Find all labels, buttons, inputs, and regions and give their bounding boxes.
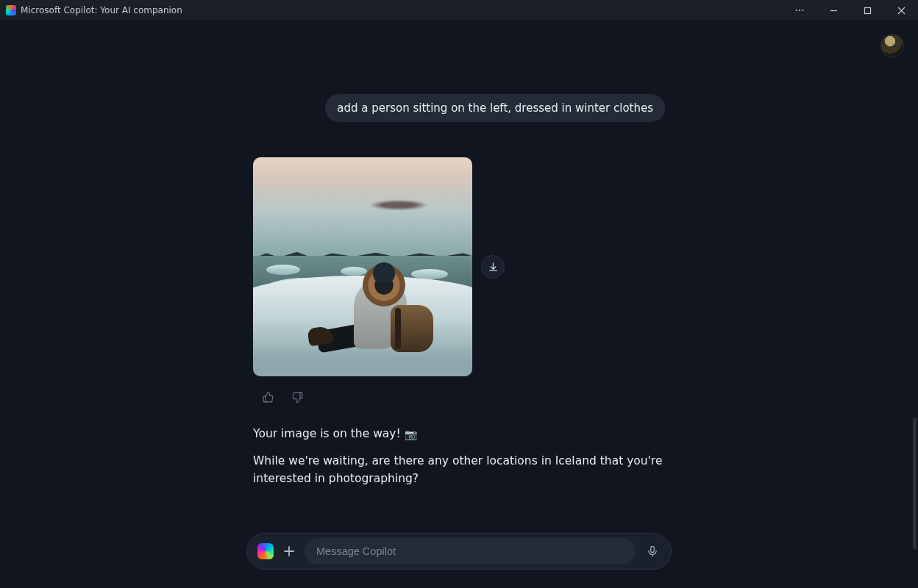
assistant-followup: While we're waiting, are there any other… <box>253 452 665 487</box>
svg-point-2 <box>802 10 803 11</box>
minimize-button[interactable] <box>816 0 850 21</box>
assistant-status-line: Your image is on the way! 📷 <box>253 425 665 443</box>
more-icon <box>794 5 805 15</box>
thumbs-up-button[interactable] <box>260 390 275 404</box>
microphone-button[interactable] <box>641 540 663 562</box>
more-button[interactable] <box>783 0 816 21</box>
generated-image[interactable] <box>253 157 472 376</box>
image-sky <box>253 157 472 256</box>
chat-area: add a person sitting on the left, dresse… <box>253 94 665 496</box>
close-icon <box>897 7 905 15</box>
svg-rect-9 <box>651 546 655 552</box>
status-text: Your image is on the way! <box>253 427 401 440</box>
thumbs-down-button[interactable] <box>290 390 305 404</box>
microphone-icon <box>646 545 659 558</box>
add-attachment-button[interactable] <box>280 542 299 561</box>
user-message-bubble[interactable]: add a person sitting on the left, dresse… <box>325 94 665 122</box>
image-person <box>345 267 455 376</box>
content-area: add a person sitting on the left, dresse… <box>0 21 918 588</box>
thumbs-up-icon <box>262 391 274 404</box>
assistant-text: Your image is on the way! 📷 While we're … <box>253 425 665 487</box>
close-button[interactable] <box>884 0 918 21</box>
titlebar-left: Microsoft Copilot: Your AI companion <box>6 5 182 15</box>
maximize-button[interactable] <box>850 0 884 21</box>
generated-image-row <box>253 157 665 376</box>
window-title: Microsoft Copilot: Your AI companion <box>21 5 182 15</box>
svg-point-0 <box>796 10 797 11</box>
image-icefloe <box>266 265 300 275</box>
download-button[interactable] <box>481 255 505 279</box>
user-avatar[interactable] <box>881 35 903 57</box>
svg-point-1 <box>799 10 800 11</box>
minimize-icon <box>830 7 838 15</box>
image-cloud <box>369 200 428 210</box>
window-controls <box>783 0 918 21</box>
svg-rect-4 <box>864 7 870 13</box>
input-bar <box>246 533 672 570</box>
titlebar: Microsoft Copilot: Your AI companion <box>0 0 918 21</box>
plus-icon <box>282 545 296 558</box>
download-icon <box>488 262 499 273</box>
feedback-row <box>260 390 665 404</box>
scrollbar[interactable] <box>913 417 917 550</box>
message-input[interactable] <box>305 538 636 564</box>
thumbs-down-icon <box>291 391 304 404</box>
copilot-logo-icon[interactable] <box>257 543 274 559</box>
camera-emoji: 📷 <box>405 429 417 440</box>
maximize-icon <box>864 7 872 15</box>
assistant-response: Your image is on the way! 📷 While we're … <box>253 122 665 487</box>
copilot-app-icon <box>6 5 16 15</box>
